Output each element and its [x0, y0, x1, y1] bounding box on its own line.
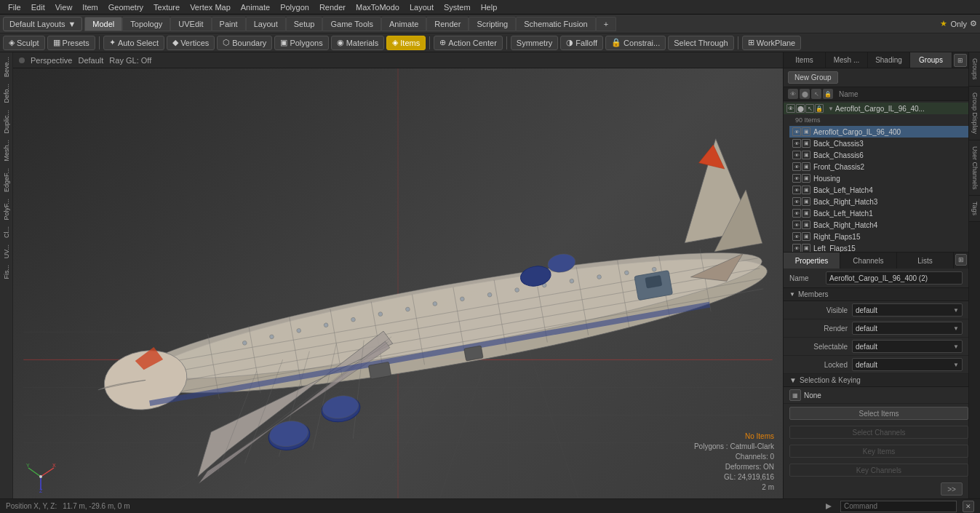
sidebar-tab-uv[interactable]: UV...: [1, 242, 12, 261]
menu-item[interactable]: Item: [78, 1, 102, 13]
polygons-button[interactable]: ▣ Polygons: [274, 36, 328, 50]
menu-geometry[interactable]: Geometry: [104, 1, 148, 13]
sidebar-tab-polyf[interactable]: PolyF...: [1, 196, 12, 223]
menu-system[interactable]: System: [439, 1, 475, 13]
rp-tab-mesh[interactable]: Mesh ...: [826, 52, 868, 68]
action-center-button[interactable]: ⊕ Action Center: [434, 36, 503, 50]
menu-polygon[interactable]: Polygon: [276, 1, 314, 13]
tab-animate[interactable]: Animate: [381, 17, 426, 31]
name-value[interactable]: Aeroflot_Cargo_IL_96_400 (2): [826, 271, 963, 285]
tab-scripting[interactable]: Scripting: [469, 17, 516, 31]
materials-button[interactable]: ◉ Materials: [331, 36, 385, 50]
tree-item-8[interactable]: 👁 ▣ Back_Right_Hatch4: [789, 219, 968, 231]
tab-uvedit[interactable]: UVEdit: [170, 17, 211, 31]
menu-file[interactable]: File: [4, 1, 25, 13]
tree-item-5[interactable]: 👁 ▣ Back_Left_Hatch4: [789, 184, 968, 196]
arrow-forward-button[interactable]: >>: [941, 482, 963, 496]
mesh-icon-3: ▣: [802, 162, 810, 171]
tab-model[interactable]: Model: [84, 17, 122, 31]
rv-tab-groups[interactable]: Groups: [969, 52, 980, 87]
locked-dropdown[interactable]: default ▼: [852, 358, 963, 371]
menu-view[interactable]: View: [51, 1, 77, 13]
visible-label: Visible: [789, 306, 848, 314]
key-channels-button[interactable]: Key Channels: [789, 464, 968, 477]
sidebar-tab-duplic[interactable]: Duplic...: [1, 107, 12, 137]
boundary-button[interactable]: ⬡ Boundary: [217, 36, 272, 50]
none-indicator: ▦: [789, 389, 801, 401]
sidebar-tab-edgef[interactable]: EdgeF...: [1, 165, 12, 195]
expand-panel-btn[interactable]: ⊞: [954, 54, 967, 67]
expand-props-btn[interactable]: ⊞: [955, 254, 967, 266]
tree-item-10[interactable]: 👁 ▣ Left_Flaps15: [789, 242, 968, 252]
command-input[interactable]: [840, 501, 957, 512]
viewport-canvas[interactable]: No Items Polygons : Catmull-Clark Channe…: [13, 68, 783, 498]
tree-item-7[interactable]: 👁 ▣ Back_Left_Hatch1: [789, 207, 968, 219]
props-tab-channels[interactable]: Channels: [840, 252, 897, 269]
selectable-dropdown[interactable]: default ▼: [852, 340, 963, 353]
sculpt-button[interactable]: ◈ Sculpt: [3, 36, 45, 50]
root-expand-btn[interactable]: ▼: [826, 104, 835, 113]
tab-gametools[interactable]: Game Tools: [322, 17, 381, 31]
viewport-style[interactable]: Default: [78, 56, 103, 65]
viewport-mode[interactable]: Perspective: [31, 56, 72, 65]
rv-tab-group-display[interactable]: Group Display: [969, 87, 980, 140]
select-items-button[interactable]: Select Items: [789, 407, 968, 420]
select-through-button[interactable]: Select Through: [668, 36, 733, 50]
menu-layout[interactable]: Layout: [405, 1, 438, 13]
items-button[interactable]: ◈ Items: [386, 36, 426, 50]
symmetry-button[interactable]: Symmetry: [511, 36, 559, 50]
menu-texture[interactable]: Texture: [149, 1, 184, 13]
tab-paint[interactable]: Paint: [212, 17, 246, 31]
rv-tab-user-channels[interactable]: User Channels: [969, 140, 980, 196]
tree-root-item[interactable]: 👁 ⬤ ↖ 🔒 ▼ Aeroflot_Cargo_IL_96_40...: [784, 103, 968, 114]
sidebar-tab-fis[interactable]: Fis...: [1, 262, 12, 282]
workplane-button[interactable]: ⊞ WorkPlane: [742, 36, 802, 50]
rp-tab-groups[interactable]: Groups: [910, 52, 952, 68]
menu-vertexmap[interactable]: Vertex Map: [186, 1, 235, 13]
command-clear-btn[interactable]: ✕: [963, 501, 974, 512]
props-tab-properties[interactable]: Properties: [784, 252, 840, 269]
props-tab-lists[interactable]: Lists: [897, 252, 954, 269]
tab-add[interactable]: +: [596, 17, 616, 31]
tree-item-9[interactable]: 👁 ▣ Right_Flaps15: [789, 231, 968, 242]
key-items-button[interactable]: Key Items: [789, 445, 968, 458]
sidebar-tab-mesh[interactable]: Mesh...: [1, 137, 12, 164]
sel-key-expand: ▼: [789, 376, 797, 384]
auto-select-button[interactable]: ✦ Auto Select: [103, 36, 164, 50]
tree-item-0[interactable]: 👁 ▣ Aeroflot_Cargo_IL_96_400: [789, 126, 968, 138]
menu-edit[interactable]: Edit: [27, 1, 49, 13]
tab-render[interactable]: Render: [426, 17, 469, 31]
rv-tab-tags[interactable]: Tags: [969, 196, 980, 222]
menu-maxtomodo[interactable]: MaxToModo: [351, 1, 404, 13]
tab-schematic[interactable]: Schematic Fusion: [516, 17, 595, 31]
viewport-render[interactable]: Ray GL: Off: [109, 56, 151, 65]
select-channels-button[interactable]: Select Channels: [789, 426, 968, 439]
rp-tab-items[interactable]: Items: [784, 52, 826, 68]
constrain-button[interactable]: 🔒 Constrai...: [605, 36, 666, 50]
tab-layout[interactable]: Layout: [246, 17, 286, 31]
tree-item-1[interactable]: 👁 ▣ Back_Chassis3: [789, 138, 968, 149]
col-name-header: Name: [839, 90, 859, 98]
new-group-button[interactable]: New Group: [788, 71, 838, 84]
tab-topology[interactable]: Topology: [122, 17, 170, 31]
sidebar-tab-cl[interactable]: Cl...: [1, 223, 12, 241]
presets-button[interactable]: ▦ Presets: [47, 36, 95, 50]
layout-dropdown[interactable]: Default Layouts ▼: [3, 17, 82, 31]
menu-animate[interactable]: Animate: [236, 1, 274, 13]
render-dropdown[interactable]: default ▼: [852, 322, 963, 335]
visible-dropdown[interactable]: default ▼: [852, 303, 963, 317]
tree-item-6[interactable]: 👁 ▣ Back_Right_Hatch3: [789, 196, 968, 207]
tree-item-4[interactable]: 👁 ▣ Housing: [789, 172, 968, 184]
rp-tab-shading[interactable]: Shading: [868, 52, 910, 68]
sidebar-tab-deform[interactable]: Defo...: [1, 81, 12, 106]
menu-help[interactable]: Help: [477, 1, 502, 13]
falloff-button[interactable]: ◑ Falloff: [560, 36, 603, 50]
menu-render[interactable]: Render: [315, 1, 350, 13]
tree-item-2[interactable]: 👁 ▣ Back_Chassis6: [789, 149, 968, 161]
settings-icon[interactable]: ⚙: [970, 19, 977, 28]
viewport[interactable]: Perspective Default Ray GL: Off: [13, 52, 783, 498]
tab-setup[interactable]: Setup: [286, 17, 323, 31]
tree-item-3[interactable]: 👁 ▣ Front_Chassis2: [789, 161, 968, 172]
vertices-button[interactable]: ◆ Vertices: [167, 36, 215, 50]
sidebar-tab-bevel[interactable]: Beve...: [1, 54, 12, 80]
